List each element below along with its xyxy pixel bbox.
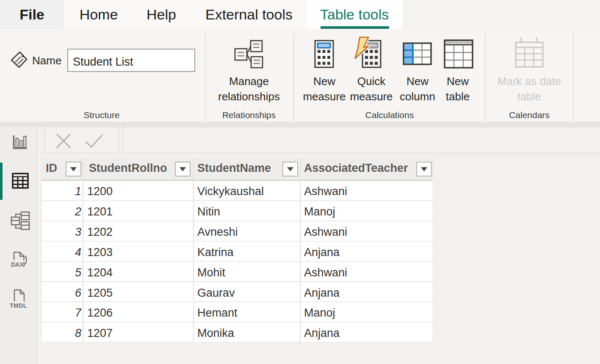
svg-text:DAX: DAX <box>11 261 24 268</box>
svg-text:TMDL: TMDL <box>10 302 27 309</box>
